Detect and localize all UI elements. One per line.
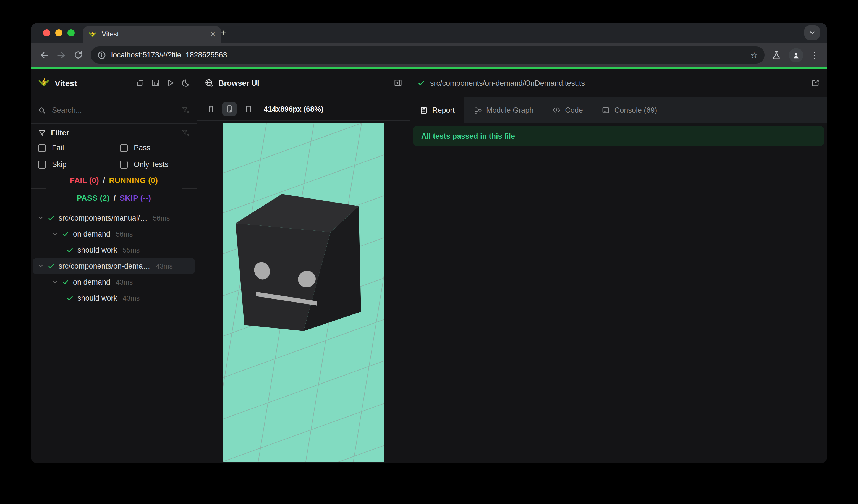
tree-row-file-selected[interactable]: src/components/on-dema… 43ms (33, 258, 195, 274)
new-tab-button[interactable]: + (217, 27, 230, 40)
pass-check-icon (48, 262, 55, 270)
filter-option-fail[interactable]: Fail (38, 144, 120, 152)
tree-row-suite[interactable]: on demand 43ms (31, 274, 197, 290)
checkbox[interactable] (120, 144, 128, 152)
profile-avatar[interactable] (789, 48, 803, 62)
tree-row-duration: 56ms (153, 214, 170, 222)
indent-guide (43, 228, 43, 255)
pass-check-icon (48, 214, 55, 222)
tab-search-button[interactable] (804, 26, 820, 40)
tab-strip: Vitest ✕ + (31, 23, 827, 43)
test-tree: src/components/manual/… 56ms on demand 5… (31, 207, 197, 463)
divider (182, 189, 197, 189)
pass-check-icon (66, 246, 74, 254)
all-tests-passed-banner: All tests passed in this file (413, 126, 824, 146)
minimize-window-button[interactable] (55, 29, 62, 36)
close-tab-icon[interactable]: ✕ (210, 31, 216, 37)
tree-row-duration: 56ms (116, 230, 133, 238)
tree-row-label: src/components/manual/… (59, 214, 147, 222)
report-header: src/components/on-demand/OnDemand.test.t… (410, 69, 827, 97)
chevron-down-icon[interactable] (52, 231, 58, 237)
tab-module-graph[interactable]: Module Graph (464, 97, 543, 123)
tab-label: Module Graph (486, 106, 534, 114)
preview-title: Browser UI (218, 79, 259, 87)
tab-report[interactable]: Report (410, 97, 464, 123)
tree-row-test[interactable]: should work 43ms (31, 290, 197, 306)
filter-option-only-tests[interactable]: Only Tests (120, 160, 190, 168)
search-bar (31, 97, 197, 124)
checkbox[interactable] (38, 161, 46, 168)
tree-row-file[interactable]: src/components/manual/… 56ms (31, 210, 197, 226)
test-viewport-iframe[interactable] (223, 123, 384, 462)
filter-title: Filter (51, 129, 176, 137)
url-bar[interactable]: localhost:5173/#/?file=1828625563 ☆ (91, 46, 765, 64)
report-body: All tests passed in this file (410, 123, 827, 463)
chevron-down-icon[interactable] (37, 263, 44, 269)
test-file-path[interactable]: src/components/on-demand/OnDemand.test.t… (430, 79, 585, 87)
indent-guide (57, 292, 58, 304)
traffic-lights (43, 29, 75, 36)
maximize-window-button[interactable] (67, 29, 75, 36)
indent-guide (43, 276, 43, 304)
test-status-summary: FAIL (0) / RUNNING (0) PASS (2) / SKIP (… (31, 171, 197, 207)
filter-option-pass[interactable]: Pass (120, 144, 190, 152)
indent-guide (57, 244, 58, 255)
tab-code[interactable]: Code (543, 97, 592, 123)
status-line-bottom: PASS (2) / SKIP (--) (31, 189, 197, 207)
tree-row-duration: 55ms (123, 246, 140, 254)
pass-check-icon (66, 295, 74, 302)
chevron-down-icon[interactable] (52, 279, 58, 285)
close-window-button[interactable] (43, 29, 50, 36)
tree-row-label: should work (77, 294, 117, 302)
filter-option-label: Only Tests (134, 160, 169, 168)
tree-row-test[interactable]: should work 55ms (31, 242, 197, 258)
device-tablet-icon[interactable] (242, 102, 255, 115)
collapse-tests-icon[interactable] (136, 79, 145, 87)
running-count: RUNNING (0) (109, 176, 158, 184)
filter-option-label: Fail (52, 144, 64, 152)
tree-row-label: src/components/on-dema… (59, 262, 150, 270)
open-external-icon[interactable] (811, 79, 820, 87)
clear-search-filter-icon[interactable] (181, 106, 190, 114)
browser-tab[interactable]: Vitest ✕ (83, 26, 221, 43)
filter-option-skip[interactable]: Skip (38, 160, 120, 168)
url-text[interactable]: localhost:5173/#/?file=1828625563 (111, 51, 746, 59)
dark-mode-moon-icon[interactable] (181, 79, 190, 87)
run-all-icon[interactable] (166, 79, 175, 87)
tree-row-suite[interactable]: on demand 56ms (31, 226, 197, 242)
site-info-icon[interactable] (97, 51, 106, 60)
dashboard-icon[interactable] (151, 79, 160, 87)
skip-count: SKIP (--) (120, 193, 151, 202)
divider (31, 189, 46, 189)
robot-cube (235, 194, 361, 331)
browser-toolbar: localhost:5173/#/?file=1828625563 ☆ ⋮ (31, 43, 827, 67)
device-phone-plus-icon-selected[interactable] (222, 102, 237, 116)
experiments-flask-icon[interactable] (772, 50, 782, 60)
checkbox[interactable] (120, 161, 128, 168)
bookmark-icon[interactable]: ☆ (750, 50, 758, 60)
checkbox[interactable] (38, 144, 46, 152)
device-phone-icon[interactable] (204, 102, 217, 115)
chevron-down-icon[interactable] (37, 215, 44, 221)
browser-preview-panel: Browser UI 414x896px (68%) (197, 69, 410, 463)
tab-console[interactable]: Console (69) (592, 97, 667, 123)
browser-menu-icon[interactable]: ⋮ (810, 51, 819, 59)
tree-row-label: on demand (73, 278, 110, 286)
report-panel: src/components/on-demand/OnDemand.test.t… (410, 69, 827, 463)
search-input[interactable] (51, 105, 176, 115)
preview-body (197, 121, 410, 463)
tab-label: Console (69) (615, 106, 657, 114)
forward-button[interactable] (57, 50, 66, 60)
dock-panel-right-icon[interactable] (394, 79, 402, 87)
back-button[interactable] (39, 50, 49, 60)
tab-label: Code (565, 106, 583, 114)
reload-button[interactable] (74, 50, 83, 60)
console-icon (602, 106, 610, 114)
app-title: Vitest (55, 78, 77, 87)
clear-filter-icon[interactable] (181, 129, 190, 137)
pass-check-icon (417, 79, 425, 87)
vitest-logo (38, 77, 49, 88)
screenshot-stage: Vitest ✕ + localhost:5173/#/?file=182862… (0, 0, 858, 504)
pass-check-icon (62, 278, 69, 286)
code-icon (552, 106, 560, 114)
